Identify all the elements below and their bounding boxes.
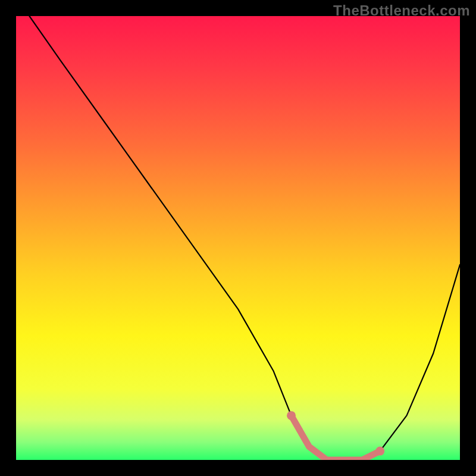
- watermark-text: TheBottleneck.com: [333, 2, 470, 19]
- curve-overlay: [16, 16, 460, 460]
- plot-area: [16, 16, 460, 460]
- chart-frame: TheBottleneck.com: [0, 0, 476, 476]
- highlight-dot-left: [287, 411, 296, 420]
- optimal-range-highlight: [292, 415, 380, 460]
- bottleneck-curve: [29, 16, 460, 460]
- highlight-dot-right: [375, 447, 384, 456]
